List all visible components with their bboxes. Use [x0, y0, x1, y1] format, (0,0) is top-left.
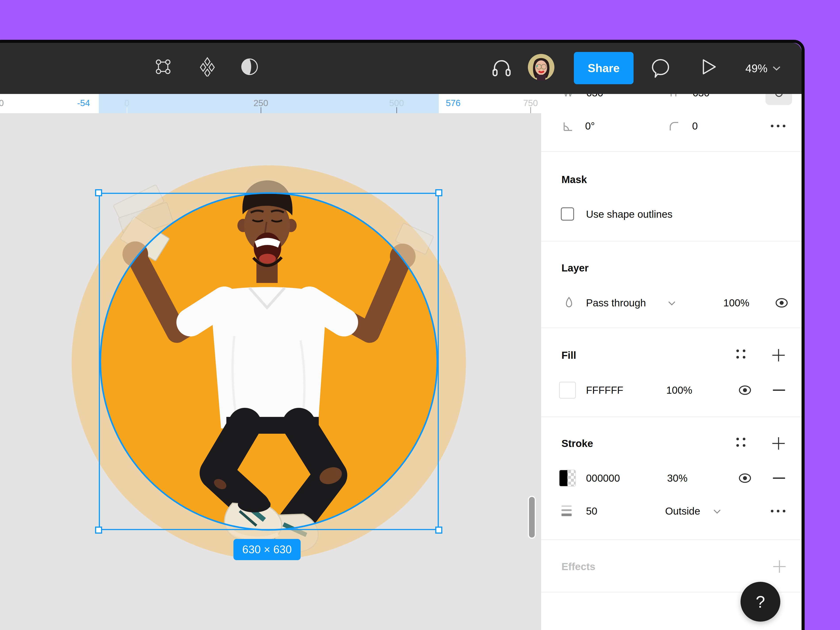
- stroke-visibility-eye-icon[interactable]: [738, 471, 752, 486]
- share-button[interactable]: Share: [574, 52, 633, 84]
- ruler-tick: [261, 107, 261, 113]
- selection-handle-nw[interactable]: [95, 189, 102, 196]
- toolbar: Share 49%: [0, 43, 802, 94]
- ruler-tick: [396, 107, 397, 113]
- properties-panel: W 630 H 630 ↻ 0° 0 Mask Use shape outlin…: [541, 94, 802, 630]
- divider: [541, 241, 802, 242]
- add-fill-plus-icon[interactable]: [772, 348, 786, 362]
- effects-section-title: Effects: [562, 561, 595, 573]
- more-options-button[interactable]: [769, 122, 787, 130]
- size-badge: 630 × 630: [234, 539, 301, 560]
- width-label: W: [563, 94, 573, 99]
- theme-contrast-icon[interactable]: [240, 57, 259, 76]
- stroke-weight-icon: [562, 505, 572, 516]
- stroke-styles-icon[interactable]: [736, 438, 745, 447]
- zoom-menu[interactable]: 49%: [745, 62, 792, 76]
- size-badge-label: 630 × 630: [242, 543, 292, 556]
- ruler-label-selection-start: -54: [77, 97, 90, 109]
- layer-section-title: Layer: [562, 262, 589, 274]
- remove-fill-minus-icon[interactable]: [773, 390, 785, 391]
- chevron-down-icon[interactable]: [668, 301, 676, 306]
- fill-hex-field[interactable]: FFFFFF: [586, 384, 624, 396]
- ruler-tick: [127, 107, 127, 113]
- use-shape-outlines-checkbox[interactable]: [561, 207, 574, 221]
- blend-mode-icon: [562, 296, 576, 311]
- selection-frame-icon[interactable]: [153, 57, 173, 76]
- rotation-field[interactable]: 0°: [585, 120, 595, 132]
- vertical-scrollbar[interactable]: [528, 496, 536, 539]
- stroke-more-options-button[interactable]: [769, 507, 787, 515]
- rotate-copies-button[interactable]: ↻: [766, 94, 792, 105]
- components-icon[interactable]: [197, 56, 218, 76]
- mask-section-title: Mask: [562, 174, 587, 185]
- chevron-down-icon[interactable]: [713, 509, 721, 514]
- w-field[interactable]: 630: [586, 94, 603, 99]
- add-stroke-plus-icon[interactable]: [772, 436, 786, 450]
- selection-handle-sw[interactable]: [95, 527, 102, 534]
- stroke-weight-field[interactable]: 50: [586, 505, 597, 517]
- h-field[interactable]: 630: [693, 94, 710, 99]
- zoom-level-value: 49%: [745, 62, 767, 75]
- corner-radius-field[interactable]: 0: [692, 120, 698, 132]
- chevron-down-icon: [772, 66, 781, 71]
- help-button[interactable]: ?: [741, 582, 780, 622]
- fill-color-swatch[interactable]: [559, 382, 576, 399]
- ruler-selection-highlight: [99, 94, 439, 113]
- fill-styles-icon[interactable]: [736, 349, 745, 358]
- rotate-icon: ↻: [774, 94, 784, 101]
- fill-visibility-eye-icon[interactable]: [738, 383, 752, 398]
- rotation-angle-icon: [562, 120, 573, 133]
- divider: [541, 539, 802, 540]
- divider: [541, 152, 802, 152]
- stroke-align-select[interactable]: Outside: [665, 505, 700, 517]
- layer-visibility-eye-icon[interactable]: [775, 296, 789, 311]
- ruler-label: 0: [0, 97, 4, 109]
- present-play-icon[interactable]: [698, 57, 719, 78]
- audio-headphones-icon[interactable]: [491, 57, 513, 79]
- stroke-hex-field[interactable]: 000000: [586, 472, 620, 484]
- selection-handle-se[interactable]: [435, 527, 442, 534]
- ruler-label-selection-end: 576: [446, 97, 461, 109]
- stroke-color-swatch[interactable]: [559, 470, 576, 486]
- ruler-tick: [530, 107, 531, 113]
- divider: [541, 328, 802, 328]
- horizontal-ruler[interactable]: 0 -54 0 250 500 576 750: [0, 94, 541, 113]
- fill-section-title: Fill: [562, 349, 576, 361]
- transform-section-partial: W 630 H 630 ↻: [541, 94, 802, 106]
- add-effect-plus-icon[interactable]: [772, 559, 786, 574]
- help-button-label: ?: [756, 592, 765, 611]
- layer-opacity-field[interactable]: 100%: [718, 297, 749, 309]
- selection-box[interactable]: [99, 193, 439, 530]
- stroke-section-title: Stroke: [562, 437, 593, 449]
- blend-mode-select[interactable]: Pass through: [586, 297, 646, 309]
- use-shape-outlines-label: Use shape outlines: [586, 208, 673, 220]
- fill-opacity-field[interactable]: 100%: [666, 384, 692, 396]
- share-button-label: Share: [588, 62, 620, 75]
- canvas[interactable]: 630 × 630: [0, 113, 541, 630]
- corner-radius-icon: [668, 120, 679, 133]
- comments-icon[interactable]: [649, 57, 671, 79]
- height-label: H: [670, 94, 677, 99]
- remove-stroke-minus-icon[interactable]: [773, 477, 785, 479]
- selection-handle-ne[interactable]: [435, 189, 442, 196]
- stroke-opacity-field[interactable]: 30%: [667, 472, 687, 484]
- user-avatar[interactable]: [527, 54, 555, 82]
- divider: [541, 417, 802, 417]
